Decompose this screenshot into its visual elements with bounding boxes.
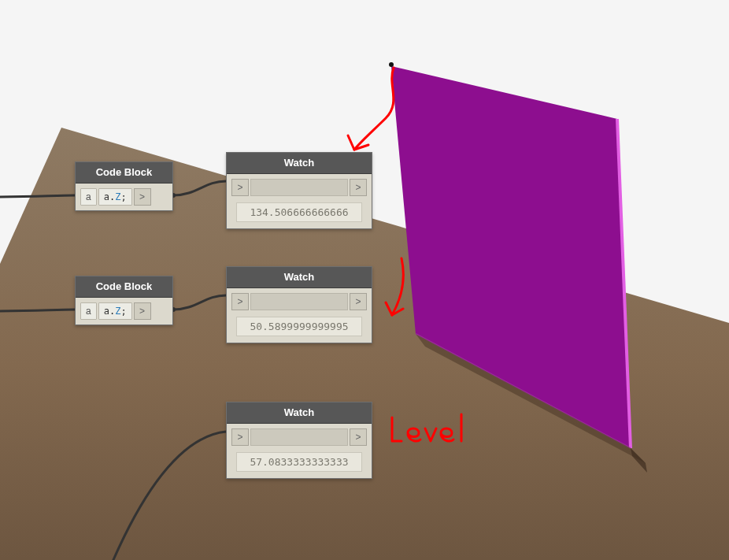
node-code-block-2[interactable]: Code Block a a.Z; > — [75, 276, 173, 325]
node-watch-3[interactable]: Watch > > 57.0833333333333 — [226, 402, 372, 479]
watch-value: 134.506666666666 — [236, 202, 362, 222]
node-title: Watch — [227, 153, 372, 174]
watch-field — [250, 428, 348, 446]
node-title: Code Block — [76, 276, 172, 298]
output-port[interactable]: > — [350, 293, 367, 310]
output-port[interactable]: > — [134, 188, 151, 206]
input-port-a[interactable]: a — [80, 188, 97, 206]
node-code-block-1[interactable]: Code Block a a.Z; > — [75, 161, 173, 211]
code-token-var: a — [104, 191, 109, 202]
node-watch-1[interactable]: Watch > > 134.506666666666 — [226, 152, 372, 229]
node-watch-2[interactable]: Watch > > 50.5899999999995 — [226, 266, 372, 343]
watch-field — [250, 179, 348, 196]
output-port[interactable]: > — [134, 302, 151, 320]
watch-value: 50.5899999999995 — [236, 317, 362, 336]
code-token-semi: ; — [120, 306, 126, 317]
input-port-a[interactable]: a — [80, 302, 97, 320]
code-token-var: a — [104, 306, 109, 317]
output-port[interactable]: > — [350, 428, 367, 446]
code-text[interactable]: a.Z; — [98, 188, 132, 206]
watch-value: 57.0833333333333 — [236, 452, 362, 472]
output-port[interactable]: > — [350, 179, 367, 196]
code-token-semi: ; — [120, 191, 126, 202]
watch-field — [250, 293, 348, 310]
node-title: Watch — [227, 402, 372, 424]
node-title: Code Block — [76, 162, 172, 184]
code-text[interactable]: a.Z; — [98, 302, 132, 320]
viewport-3d[interactable]: Code Block a a.Z; > Code Block a a.Z; > … — [0, 0, 729, 560]
input-port[interactable]: > — [231, 179, 249, 196]
input-port[interactable]: > — [231, 293, 249, 310]
input-port[interactable]: > — [231, 428, 249, 446]
node-title: Watch — [227, 267, 372, 288]
